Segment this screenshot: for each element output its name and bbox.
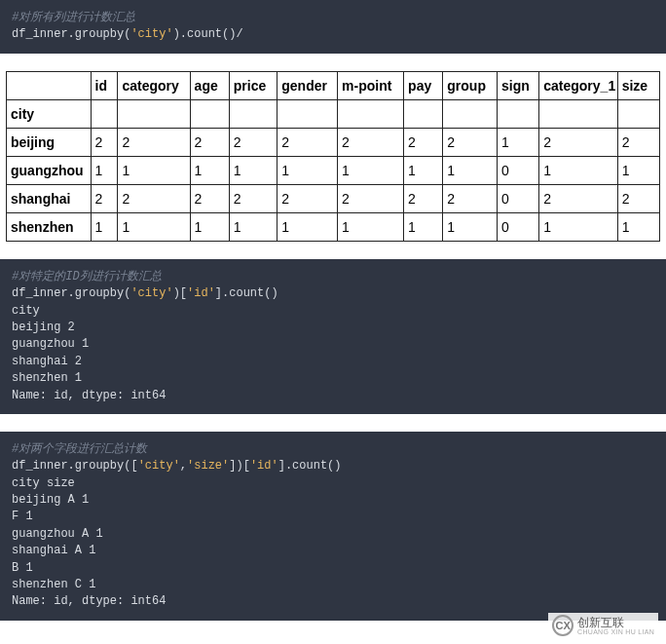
cell: 2 xyxy=(278,184,338,212)
header-sign: sign xyxy=(497,71,538,99)
code-token: , xyxy=(180,459,187,473)
code-string: 'id' xyxy=(187,286,215,300)
result-table-wrap: id category age price gender m-point pay… xyxy=(0,71,666,259)
logo-mark: CX xyxy=(552,615,574,636)
code-block-2: #对特定的ID列进行计数汇总 df_inner.groupby('city')[… xyxy=(0,259,666,414)
result-table: id category age price gender m-point pay… xyxy=(6,71,660,242)
header-pay: pay xyxy=(404,71,443,99)
cell: 1 xyxy=(497,128,538,156)
table-row: shanghai 2 2 2 2 2 2 2 2 0 2 2 xyxy=(7,184,660,212)
cell: 2 xyxy=(118,184,190,212)
cell: 2 xyxy=(118,128,190,156)
cell: 2 xyxy=(539,128,617,156)
header-gender: gender xyxy=(278,71,338,99)
cell: 1 xyxy=(539,212,617,241)
cell: 0 xyxy=(497,156,538,184)
cell: 1 xyxy=(404,212,443,241)
cell: 1 xyxy=(190,156,229,184)
code-block-1: #对所有列进行计数汇总 df_inner.groupby('city').cou… xyxy=(0,0,666,54)
cell: 1 xyxy=(404,156,443,184)
table-header-row: id category age price gender m-point pay… xyxy=(7,71,660,99)
cell: 2 xyxy=(443,128,498,156)
header-price: price xyxy=(229,71,277,99)
cell: 1 xyxy=(617,212,659,241)
code-token: ])[ xyxy=(229,459,250,473)
header-category: category xyxy=(118,71,190,99)
code-token: ].count() xyxy=(278,459,342,473)
code-token: ].count() xyxy=(215,286,278,300)
code-string: 'size' xyxy=(187,459,229,473)
header-id: id xyxy=(91,71,118,99)
code-token: df_inner.groupby( xyxy=(12,286,130,300)
code-line: df_inner.groupby('city')['id'].count() xyxy=(12,285,654,302)
cell: 2 xyxy=(404,128,443,156)
row-label: shanghai xyxy=(7,184,92,212)
cell: 1 xyxy=(539,156,617,184)
code-comment: #对两个字段进行汇总计数 xyxy=(12,441,654,458)
table-row: beijing 2 2 2 2 2 2 2 2 1 2 2 xyxy=(7,128,660,156)
code-comment: #对特定的ID列进行计数汇总 xyxy=(12,269,654,285)
cell: 2 xyxy=(190,128,229,156)
table-row: guangzhou 1 1 1 1 1 1 1 1 0 1 1 xyxy=(7,156,660,184)
code-token: ).count()/ xyxy=(173,27,243,41)
table-index-row: city xyxy=(7,99,660,128)
cell: 2 xyxy=(338,184,404,212)
cell: 2 xyxy=(539,184,617,212)
cell: 2 xyxy=(617,184,659,212)
cell: 1 xyxy=(278,212,338,241)
code-block-3: #对两个字段进行汇总计数 df_inner.groupby(['city','s… xyxy=(0,432,666,621)
cell: 2 xyxy=(338,128,404,156)
logo-text: 创新互联 xyxy=(577,617,654,628)
code-line: df_inner.groupby('city').count()/ xyxy=(12,26,654,43)
cell: 2 xyxy=(91,128,118,156)
cell: 2 xyxy=(404,184,443,212)
cell: 1 xyxy=(91,212,118,241)
cell: 0 xyxy=(497,212,538,241)
header-age: age xyxy=(190,71,229,99)
cell: 1 xyxy=(229,156,277,184)
code-line: df_inner.groupby(['city','size'])['id'].… xyxy=(12,458,654,474)
code-string: 'city' xyxy=(138,459,180,473)
cell: 2 xyxy=(229,184,277,212)
row-label: guangzhou xyxy=(7,156,92,184)
code-string: 'city' xyxy=(130,27,172,41)
cell: 1 xyxy=(118,212,190,241)
cell: 1 xyxy=(617,156,659,184)
cell: 1 xyxy=(278,156,338,184)
cell: 2 xyxy=(190,184,229,212)
cell: 1 xyxy=(443,156,498,184)
index-label: city xyxy=(7,99,92,128)
logo-subtext: CHUANG XIN HU LIAN xyxy=(577,628,654,635)
cell: 1 xyxy=(229,212,277,241)
code-string: 'id' xyxy=(250,459,278,473)
table-row: shenzhen 1 1 1 1 1 1 1 1 0 1 1 xyxy=(7,212,660,241)
code-token: df_inner.groupby( xyxy=(12,27,130,41)
header-category-1: category_1 xyxy=(539,71,617,99)
cell: 2 xyxy=(229,128,277,156)
code-token: df_inner.groupby([ xyxy=(12,459,138,473)
cell: 1 xyxy=(190,212,229,241)
header-size: size xyxy=(617,71,659,99)
cell: 2 xyxy=(443,184,498,212)
header-mpoint: m-point xyxy=(338,71,404,99)
cell: 0 xyxy=(497,184,538,212)
row-label: shenzhen xyxy=(7,212,92,241)
row-label: beijing xyxy=(7,128,92,156)
code-comment: #对所有列进行计数汇总 xyxy=(12,10,654,26)
header-group: group xyxy=(443,71,498,99)
cell: 2 xyxy=(278,128,338,156)
cell: 1 xyxy=(338,156,404,184)
code-output: city beijing 2 guangzhou 1 shanghai 2 sh… xyxy=(12,303,654,404)
header-corner xyxy=(7,71,92,99)
cell: 2 xyxy=(617,128,659,156)
table-body: beijing 2 2 2 2 2 2 2 2 1 2 2 guangzhou … xyxy=(7,128,660,241)
cell: 1 xyxy=(443,212,498,241)
code-output: city size beijing A 1 F 1 guangzhou A 1 … xyxy=(12,475,654,611)
code-string: 'city' xyxy=(130,286,172,300)
cell: 2 xyxy=(91,184,118,212)
cell: 1 xyxy=(338,212,404,241)
watermark-logo: CX 创新互联 CHUANG XIN HU LIAN xyxy=(548,613,658,638)
cell: 1 xyxy=(118,156,190,184)
cell: 1 xyxy=(91,156,118,184)
code-token: )[ xyxy=(173,286,187,300)
